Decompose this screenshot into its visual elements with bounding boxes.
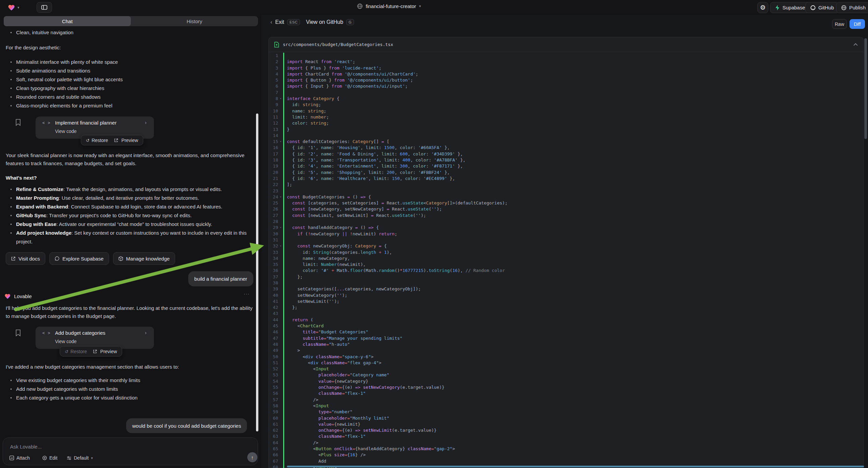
tab-chat[interactable]: Chat	[4, 16, 131, 26]
assistant-paragraph: Your sleek financial planner is now read…	[6, 151, 255, 168]
code-line: 14	[269, 133, 863, 139]
view-code-link[interactable]: View code	[55, 339, 76, 344]
code-line: 26 const [newCategory, setNewCategory] =…	[269, 206, 863, 212]
chat-scrollbar[interactable]	[256, 114, 258, 431]
mode-selector[interactable]: Default ▾	[67, 455, 93, 461]
fold-chevron-icon[interactable]: ▾	[278, 139, 283, 145]
version-card-add-budget-categories[interactable]: < > Add budget categories › View code	[36, 327, 154, 349]
fold-gutter	[278, 126, 283, 133]
collapse-chevron-up-icon[interactable]	[853, 43, 858, 46]
code-text: <div className="flex gap-4">	[283, 360, 863, 366]
code-line: 1	[269, 53, 863, 59]
g-kbd: G	[346, 19, 354, 25]
fold-gutter	[278, 256, 283, 262]
restore-button[interactable]: ↺Restore	[86, 138, 108, 143]
globe-icon	[357, 3, 363, 9]
bookmark-icon[interactable]	[16, 329, 21, 337]
code-text: import { Button } from '@/components/ui/…	[283, 77, 863, 83]
fold-gutter	[278, 360, 283, 366]
project-switcher[interactable]: financial-future-creator ▾	[357, 3, 421, 9]
version-toolbar: ↺Restore Preview	[60, 346, 122, 356]
code-text: { id: '6', name: 'Healthcare', limit: 15…	[283, 176, 863, 182]
line-number: 9	[269, 102, 278, 108]
fold-gutter	[278, 446, 283, 452]
fold-gutter	[278, 286, 283, 292]
list-item: View existing budget categories with the…	[6, 376, 255, 385]
explore-supabase-button[interactable]: Explore Supabase	[49, 252, 109, 265]
version-card-title: Implement financial planner	[55, 120, 117, 125]
code-vertical-scrollbar[interactable]	[864, 38, 867, 139]
bullet-dot	[10, 79, 12, 80]
code-text	[283, 237, 863, 243]
code-text	[283, 311, 863, 317]
restore-button[interactable]: ↺Restore	[65, 349, 87, 354]
fold-gutter	[278, 428, 283, 433]
fold-chevron-icon[interactable]: ▾	[278, 243, 283, 249]
design-bullet-list: Minimalist interface with plenty of whit…	[6, 58, 254, 110]
github-button[interactable]: GitHub	[805, 2, 839, 13]
code-line: 53 placeholder="Category name"	[269, 372, 863, 378]
line-number: 14	[269, 133, 278, 139]
code-line: 18 { id: '3', name: 'Transportation', li…	[269, 157, 863, 163]
attach-button[interactable]: Attach	[9, 455, 30, 461]
sidebar-toggle-button[interactable]	[37, 2, 52, 13]
preview-button[interactable]: Preview	[93, 349, 117, 354]
lovable-menu[interactable]: ▾	[8, 4, 20, 11]
code-horizontal-scrollbar[interactable]	[287, 466, 864, 467]
file-header[interactable]: src/components/budget/BudgetCategories.t…	[269, 37, 863, 52]
quick-actions: Visit docs Explore Supabase Manage knowl…	[6, 252, 175, 265]
line-number: 8	[269, 96, 278, 102]
supabase-button[interactable]: Supabase	[770, 2, 810, 13]
line-number: 20	[269, 170, 278, 176]
chat-composer[interactable]: Ask Lovable... Attach Edit Default ▾ ↑	[3, 437, 258, 465]
fold-gutter	[278, 458, 283, 464]
code-line: 13}	[269, 126, 863, 133]
fold-gutter	[278, 397, 283, 403]
bullet-dot	[10, 232, 12, 234]
view-code-link[interactable]: View code	[55, 128, 76, 134]
code-text: name: string;	[283, 108, 863, 114]
more-options-button[interactable]: ···	[244, 291, 250, 296]
line-number: 27	[269, 212, 278, 218]
list-item: Glass-morphic elements for a premium fee…	[6, 101, 254, 110]
raw-toggle-button[interactable]: Raw	[832, 19, 847, 29]
edit-button[interactable]: Edit	[42, 455, 57, 461]
line-number: 68	[269, 464, 278, 468]
code-line: 15▾const defaultCategories: Category[] =…	[269, 139, 863, 145]
code-editor[interactable]: 1 2import React from 'react';3import { P…	[269, 53, 863, 468]
line-number: 44	[269, 317, 278, 323]
fold-gutter	[278, 120, 283, 126]
code-line: 20 { id: '5', name: 'Shopping', limit: 2…	[269, 170, 863, 176]
publish-button[interactable]: Publish	[836, 2, 868, 13]
exit-button[interactable]: ‹ Exit ESC	[271, 19, 300, 25]
fold-chevron-icon[interactable]: ▾	[278, 96, 283, 102]
preview-button[interactable]: Preview	[114, 138, 138, 143]
line-number: 67	[269, 458, 278, 464]
manage-knowledge-button[interactable]: Manage knowledge	[113, 252, 175, 265]
diff-toggle-button[interactable]: Diff	[849, 19, 865, 29]
visit-docs-button[interactable]: Visit docs	[6, 252, 45, 265]
fold-chevron-icon[interactable]: ▾	[278, 225, 283, 231]
bookmark-icon[interactable]	[16, 119, 21, 126]
fold-gutter	[278, 157, 283, 163]
tab-history[interactable]: History	[131, 16, 258, 26]
line-number: 56	[269, 390, 278, 397]
code-text: <Button onClick={handleAddCategory} clas…	[283, 446, 863, 452]
external-link-icon	[93, 350, 97, 353]
code-icon: < >	[42, 331, 51, 335]
line-number: 58	[269, 403, 278, 409]
settings-button[interactable]: ⚙	[757, 2, 768, 13]
fold-gutter	[278, 262, 283, 268]
send-button[interactable]: ↑	[247, 452, 257, 462]
view-on-github-button[interactable]: View on GitHub G	[306, 19, 354, 25]
fold-chevron-icon[interactable]: ▾	[278, 194, 283, 200]
code-text: setNewCategory('');	[283, 292, 863, 298]
code-text: <Plus size={16} />	[283, 452, 863, 458]
code-text: interface Category {	[283, 96, 863, 102]
file-diff-card: src/components/budget/BudgetCategories.t…	[269, 37, 864, 468]
line-number: 47	[269, 335, 278, 342]
code-line: 17 { id: '2', name: 'Food & Dining', lim…	[269, 151, 863, 157]
code-line: 12 color: string;	[269, 120, 863, 126]
code-text: limit: number;	[283, 114, 863, 120]
code-line: 23	[269, 188, 863, 194]
